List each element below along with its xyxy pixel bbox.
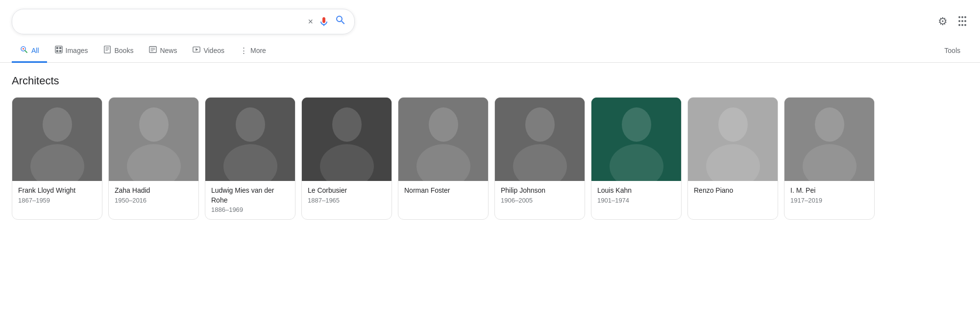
architect-years: 1950–2016 bbox=[115, 197, 193, 204]
architect-years: 1867–1959 bbox=[18, 197, 96, 204]
architect-years: 1886–1969 bbox=[211, 206, 289, 213]
clear-icon[interactable]: × bbox=[308, 17, 313, 27]
architect-info: I. M. Pei1917–2019 bbox=[784, 181, 874, 210]
architect-years: 1906–2005 bbox=[501, 197, 579, 204]
architect-card[interactable]: Renzo Piano bbox=[687, 97, 778, 220]
svg-line-1 bbox=[25, 51, 27, 52]
tab-tools-label: Tools bbox=[944, 47, 960, 54]
tab-news-label: News bbox=[160, 47, 177, 54]
svg-rect-7 bbox=[59, 50, 61, 52]
architect-name: I. M. Pei bbox=[790, 186, 868, 196]
videos-tab-icon bbox=[193, 46, 200, 55]
architect-name: Philip Johnson bbox=[501, 186, 579, 196]
search-input[interactable]: famous architects bbox=[20, 17, 303, 27]
all-tab-icon bbox=[20, 45, 28, 55]
tab-news[interactable]: News bbox=[141, 41, 185, 62]
more-tab-icon: ⋮ bbox=[240, 46, 247, 55]
architect-info: Zaha Hadid1950–2016 bbox=[109, 181, 198, 210]
svg-rect-6 bbox=[56, 50, 58, 52]
tab-videos[interactable]: Videos bbox=[185, 41, 232, 62]
architect-card[interactable]: I. M. Pei1917–2019 bbox=[784, 97, 875, 220]
architect-card[interactable]: Ludwig Mies van der Rohe1886–1969 bbox=[205, 97, 295, 220]
architect-card[interactable]: Frank Lloyd Wright1867–1959 bbox=[12, 97, 102, 220]
mic-icon[interactable] bbox=[318, 16, 330, 27]
svg-point-37 bbox=[622, 107, 651, 142]
search-icon[interactable] bbox=[335, 14, 346, 29]
tab-images-label: Images bbox=[66, 47, 88, 54]
architect-name: Louis Kahn bbox=[597, 186, 675, 196]
search-bar: famous architects × bbox=[12, 9, 355, 34]
tab-books[interactable]: Books bbox=[96, 41, 141, 62]
svg-point-40 bbox=[718, 107, 748, 142]
architect-info: Norman Foster bbox=[398, 181, 488, 203]
svg-point-19 bbox=[43, 107, 72, 142]
architect-card[interactable]: Zaha Hadid1950–2016 bbox=[108, 97, 199, 220]
architect-photo bbox=[495, 98, 585, 181]
architect-years: 1901–1974 bbox=[597, 197, 675, 204]
apps-icon[interactable] bbox=[956, 14, 968, 29]
svg-point-34 bbox=[525, 107, 555, 142]
architect-photo bbox=[205, 98, 295, 181]
svg-point-43 bbox=[815, 107, 844, 142]
architect-card[interactable]: Louis Kahn1901–1974 bbox=[591, 97, 682, 220]
svg-rect-4 bbox=[56, 47, 58, 49]
tab-more-label: More bbox=[250, 47, 266, 54]
architect-name: Le Corbusier bbox=[308, 186, 386, 196]
header: famous architects × ⚙ bbox=[0, 0, 980, 34]
architect-info: Frank Lloyd Wright1867–1959 bbox=[12, 181, 102, 210]
architect-card[interactable]: Norman Foster bbox=[398, 97, 489, 220]
architect-info: Philip Johnson1906–2005 bbox=[495, 181, 585, 210]
svg-point-25 bbox=[236, 107, 265, 142]
architect-years: 1917–2019 bbox=[790, 197, 868, 204]
svg-rect-5 bbox=[59, 47, 61, 49]
architect-photo bbox=[109, 98, 199, 181]
architect-name: Frank Lloyd Wright bbox=[18, 186, 96, 196]
main-content: Architects Frank Lloyd Wright1867–1959 Z… bbox=[0, 63, 980, 220]
architect-info: Louis Kahn1901–1974 bbox=[591, 181, 681, 210]
svg-rect-8 bbox=[104, 46, 110, 53]
svg-marker-17 bbox=[196, 48, 198, 51]
tab-videos-label: Videos bbox=[203, 47, 224, 54]
architect-name: Renzo Piano bbox=[694, 186, 772, 196]
tab-books-label: Books bbox=[114, 47, 133, 54]
architect-photo bbox=[12, 98, 102, 181]
news-tab-icon bbox=[149, 46, 157, 55]
tab-all[interactable]: All bbox=[12, 40, 47, 63]
images-tab-icon bbox=[55, 46, 63, 55]
architects-grid: Frank Lloyd Wright1867–1959 Zaha Hadid19… bbox=[12, 97, 968, 220]
architect-info: Renzo Piano bbox=[688, 181, 778, 203]
tab-tools[interactable]: Tools bbox=[936, 42, 968, 62]
section-title: Architects bbox=[12, 75, 968, 87]
svg-point-22 bbox=[139, 107, 169, 142]
architect-info: Le Corbusier1887–1965 bbox=[302, 181, 392, 210]
architect-photo bbox=[784, 98, 875, 181]
architect-info: Ludwig Mies van der Rohe1886–1969 bbox=[205, 181, 295, 219]
svg-point-31 bbox=[429, 107, 458, 142]
architect-name: Norman Foster bbox=[404, 186, 482, 196]
header-right: ⚙ bbox=[938, 14, 968, 29]
architect-card[interactable]: Philip Johnson1906–2005 bbox=[494, 97, 585, 220]
svg-point-2 bbox=[23, 48, 24, 50]
architect-card[interactable]: Le Corbusier1887–1965 bbox=[301, 97, 392, 220]
architect-photo bbox=[398, 98, 489, 181]
architect-name: Ludwig Mies van der Rohe bbox=[211, 186, 289, 205]
architect-years: 1887–1965 bbox=[308, 197, 386, 204]
architect-photo bbox=[591, 98, 682, 181]
architect-photo bbox=[688, 98, 778, 181]
tab-more[interactable]: ⋮ More bbox=[232, 41, 274, 62]
tab-images[interactable]: Images bbox=[47, 41, 96, 62]
architect-name: Zaha Hadid bbox=[115, 186, 193, 196]
settings-icon[interactable]: ⚙ bbox=[938, 15, 948, 28]
tab-all-label: All bbox=[31, 47, 39, 54]
books-tab-icon bbox=[103, 46, 111, 55]
svg-point-28 bbox=[332, 107, 362, 142]
nav-tabs: All Images Books bbox=[0, 34, 980, 63]
architect-photo bbox=[302, 98, 392, 181]
